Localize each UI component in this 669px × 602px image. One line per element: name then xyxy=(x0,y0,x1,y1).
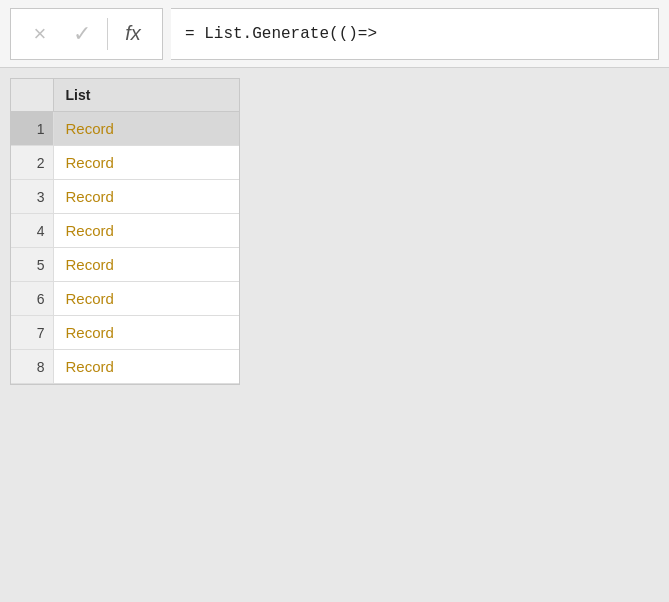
row-number-header xyxy=(11,79,53,112)
row-number: 1 xyxy=(11,112,53,146)
formula-bar[interactable]: = List.Generate(()=> xyxy=(171,8,659,60)
record-value[interactable]: Record xyxy=(53,146,239,180)
data-table: List 1Record2Record3Record4Record5Record… xyxy=(11,79,239,384)
row-number: 8 xyxy=(11,350,53,384)
data-table-container: List 1Record2Record3Record4Record5Record… xyxy=(10,78,240,385)
row-number: 4 xyxy=(11,214,53,248)
record-value[interactable]: Record xyxy=(53,248,239,282)
table-row[interactable]: 5Record xyxy=(11,248,239,282)
toolbar-divider xyxy=(107,18,108,50)
table-row[interactable]: 8Record xyxy=(11,350,239,384)
record-value[interactable]: Record xyxy=(53,316,239,350)
record-value[interactable]: Record xyxy=(53,214,239,248)
record-value[interactable]: Record xyxy=(53,112,239,146)
formula-text: = List.Generate(()=> xyxy=(185,25,377,43)
row-number: 3 xyxy=(11,180,53,214)
toolbar-button-group: × ✓ fx xyxy=(10,8,163,60)
record-value[interactable]: Record xyxy=(53,282,239,316)
row-number: 6 xyxy=(11,282,53,316)
record-link[interactable]: Record xyxy=(66,188,114,205)
table-row[interactable]: 3Record xyxy=(11,180,239,214)
right-panel xyxy=(240,78,659,592)
toolbar: × ✓ fx = List.Generate(()=> xyxy=(0,0,669,68)
record-value[interactable]: Record xyxy=(53,350,239,384)
record-link[interactable]: Record xyxy=(66,120,114,137)
table-row[interactable]: 4Record xyxy=(11,214,239,248)
record-link[interactable]: Record xyxy=(66,222,114,239)
row-number: 7 xyxy=(11,316,53,350)
table-row[interactable]: 6Record xyxy=(11,282,239,316)
record-link[interactable]: Record xyxy=(66,358,114,375)
record-link[interactable]: Record xyxy=(66,290,114,307)
record-value[interactable]: Record xyxy=(53,180,239,214)
table-row[interactable]: 2Record xyxy=(11,146,239,180)
main-area: List 1Record2Record3Record4Record5Record… xyxy=(0,68,669,602)
table-row[interactable]: 7Record xyxy=(11,316,239,350)
fx-button[interactable]: fx xyxy=(112,13,154,55)
row-number: 5 xyxy=(11,248,53,282)
record-link[interactable]: Record xyxy=(66,324,114,341)
confirm-button[interactable]: ✓ xyxy=(61,13,103,55)
list-column-header: List xyxy=(53,79,239,112)
record-link[interactable]: Record xyxy=(66,154,114,171)
record-link[interactable]: Record xyxy=(66,256,114,273)
row-number: 2 xyxy=(11,146,53,180)
cancel-button[interactable]: × xyxy=(19,13,61,55)
table-row[interactable]: 1Record xyxy=(11,112,239,146)
